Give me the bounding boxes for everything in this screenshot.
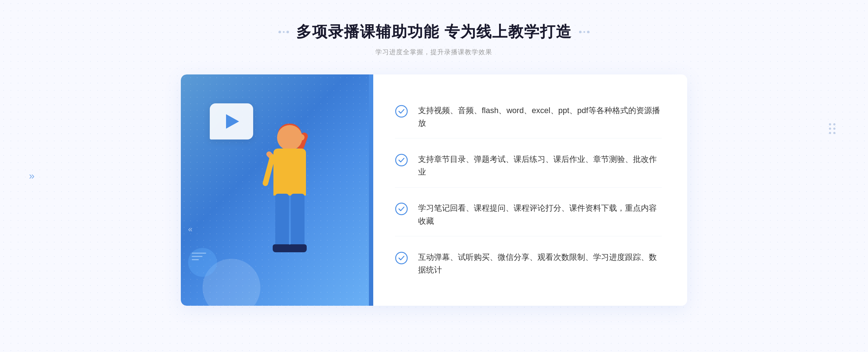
page-container: » 多项录播课辅助功能 专为线上教学打造 学习进度全掌握，提升录播课教学效果 (0, 0, 868, 352)
svg-point-1 (396, 154, 407, 166)
check-icon-4 (395, 252, 408, 265)
title-dots-left (278, 31, 289, 33)
hand-right (298, 134, 305, 141)
main-title: 多项录播课辅助功能 专为线上教学打造 (296, 22, 572, 42)
title-row: 多项录播课辅助功能 专为线上教学打造 (278, 22, 590, 42)
features-panel: 支持视频、音频、flash、word、excel、ppt、pdf等各种格式的资源… (373, 74, 687, 306)
check-icon-1 (395, 105, 408, 118)
deco-circle-small (188, 248, 217, 277)
feature-item-1: 支持视频、音频、flash、word、excel、ppt、pdf等各种格式的资源… (395, 95, 662, 138)
feature-item-2: 支持章节目录、弹题考试、课后练习、课后作业、章节测验、批改作业 (395, 144, 662, 187)
accent-bar (369, 74, 373, 306)
left-illustration-panel: « (181, 74, 369, 306)
leg-left (275, 194, 289, 248)
dot-5 (829, 132, 831, 134)
dot-1 (829, 123, 831, 125)
leg-right (291, 194, 305, 248)
feature-text-4: 互动弹幕、试听购买、微信分享、观看次数限制、学习进度跟踪、数据统计 (418, 251, 662, 276)
shoe-right (289, 244, 307, 252)
check-icon-2 (395, 154, 408, 167)
feature-text-3: 学习笔记回看、课程提问、课程评论打分、课件资料下载，重点内容收藏 (418, 202, 662, 227)
svg-point-3 (396, 252, 407, 264)
feature-item-4: 互动弹幕、试听购买、微信分享、观看次数限制、学习进度跟踪、数据统计 (395, 242, 662, 285)
title-dots-right (579, 31, 590, 33)
dot-3 (829, 128, 831, 130)
shoe-left (273, 244, 291, 252)
check-icon-3 (395, 202, 408, 215)
play-icon (226, 114, 239, 129)
content-section: « 支持视频、音频、flash、word、excel、ppt、pdf等各种格式的… (181, 74, 687, 306)
left-arrow-decoration: » (29, 170, 35, 182)
feature-text-1: 支持视频、音频、flash、word、excel、ppt、pdf等各种格式的资源… (418, 104, 662, 129)
svg-point-2 (396, 203, 407, 215)
deco-chevrons: « (188, 226, 192, 233)
dot-4 (833, 128, 835, 130)
feature-item-3: 学习笔记回看、课程提问、课程评论打分、课件资料下载，重点内容收藏 (395, 193, 662, 236)
svg-point-0 (396, 106, 407, 117)
chevron-left-icon: » (29, 170, 35, 182)
body-torso (273, 149, 306, 196)
person-illustration (244, 118, 346, 306)
chevron-icon-1: « (188, 226, 192, 233)
dot-2 (833, 123, 835, 125)
subtitle: 学习进度全掌握，提升录播课教学效果 (278, 48, 590, 56)
dot-6 (833, 132, 835, 134)
feature-text-2: 支持章节目录、弹题考试、课后练习、课后作业、章节测验、批改作业 (418, 153, 662, 178)
right-dots-decoration (829, 123, 835, 134)
right-panel-wrapper: 支持视频、音频、flash、word、excel、ppt、pdf等各种格式的资源… (369, 74, 687, 306)
header-section: 多项录播课辅助功能 专为线上教学打造 学习进度全掌握，提升录播课教学效果 (278, 22, 590, 56)
